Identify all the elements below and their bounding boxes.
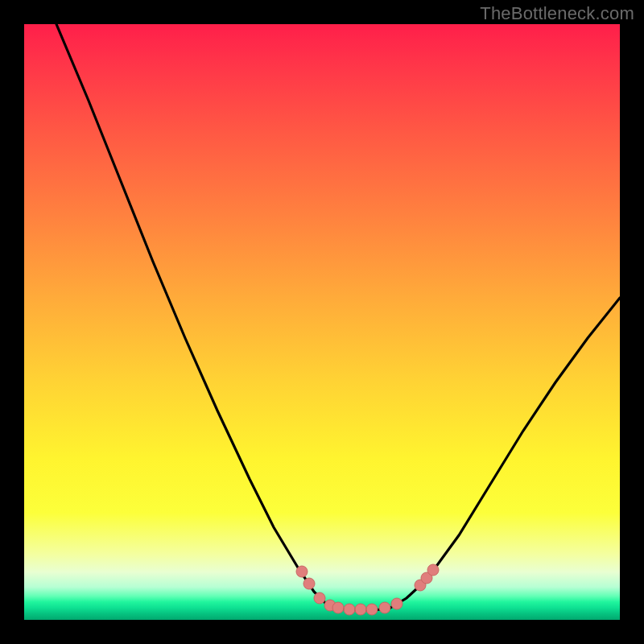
highlight-marker <box>355 604 366 615</box>
chart-frame: TheBottleneck.com <box>0 0 644 644</box>
curve-left-branch <box>56 24 334 608</box>
highlight-marker <box>332 602 344 613</box>
highlight-marker <box>427 564 439 576</box>
watermark-label: TheBottleneck.com <box>480 3 634 24</box>
highlight-marker <box>314 592 325 604</box>
highlight-marker <box>296 566 308 577</box>
highlight-marker <box>379 602 390 613</box>
highlight-marker <box>391 598 402 609</box>
highlight-markers <box>296 564 439 615</box>
chart-plot-area <box>24 24 620 620</box>
bottleneck-curve <box>56 24 620 610</box>
highlight-marker <box>366 604 378 615</box>
highlight-marker <box>303 578 315 589</box>
curve-right-branch <box>390 298 620 608</box>
chart-svg <box>24 24 620 620</box>
highlight-marker <box>344 604 355 615</box>
